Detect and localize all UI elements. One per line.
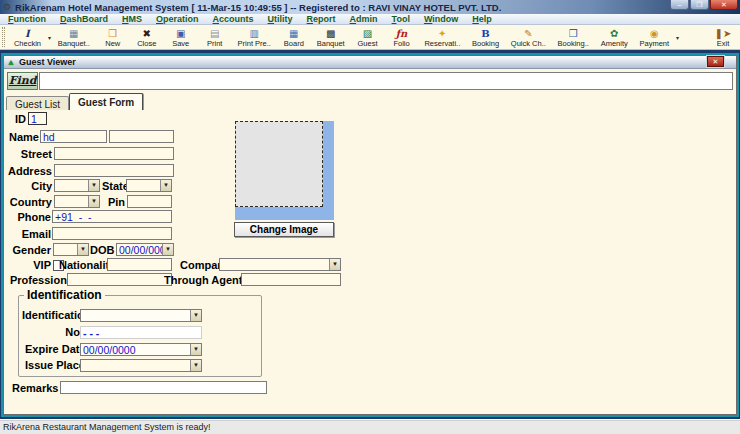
expire-date-dropdown-icon[interactable]: ▼	[190, 344, 201, 355]
toolbar-new-button[interactable]: ❒ New	[96, 25, 130, 49]
toolbar-guest-button[interactable]: ▨ Guest	[351, 25, 385, 49]
banquet-grid-icon: ▩	[326, 28, 335, 39]
through-agent-label: Through Agent	[164, 274, 239, 287]
toolbar-print-preview-button[interactable]: ▥ Print Pre..	[232, 25, 277, 49]
nationality-field[interactable]	[107, 258, 172, 271]
menu-function[interactable]: Function	[8, 14, 46, 24]
toolbar-booking-button[interactable]: B Booking	[466, 25, 505, 49]
city-dropdown-icon[interactable]: ▼	[88, 180, 99, 191]
toolbar-label: Print	[207, 39, 222, 48]
find-input[interactable]	[39, 72, 733, 90]
issue-place-dropdown-icon[interactable]: ▼	[190, 360, 201, 371]
toolbar-grip	[2, 27, 5, 47]
identification-select[interactable]: ▼	[80, 309, 202, 322]
country-select[interactable]: ▼	[54, 195, 100, 208]
toolbar-exit-button[interactable]: ❚➤ Exit	[706, 25, 740, 49]
print-icon: ▤	[210, 28, 219, 39]
profession-field[interactable]	[67, 273, 172, 286]
tab-guest-list[interactable]: Guest List	[6, 96, 69, 110]
country-dropdown-icon[interactable]: ▼	[88, 196, 99, 207]
checkin-dropdown-arrow-icon[interactable]: ▾	[48, 34, 51, 41]
guest-viewer-titlebar: ▲ Guest Viewer	[4, 56, 736, 69]
menu-report[interactable]: Report	[307, 14, 336, 24]
id-no-field[interactable]: - - -	[80, 326, 202, 339]
toolbar-label: Banquet..	[58, 39, 90, 48]
toolbar-banquet2-button[interactable]: ▦ Banquet..	[52, 25, 96, 49]
street-field[interactable]	[54, 147, 174, 160]
address-field[interactable]	[54, 164, 174, 177]
toolbar-label: Payment	[640, 39, 670, 48]
toolbar-print-button[interactable]: ▤ Print	[198, 25, 232, 49]
menu-window[interactable]: Window	[424, 14, 458, 24]
toolbar-close-button[interactable]: ✖ Close	[130, 25, 164, 49]
minimize-button[interactable]: –	[670, 0, 689, 10]
app-gear-icon: ⚙	[3, 2, 11, 12]
toolbar-label: Exit	[717, 39, 730, 48]
menu-dashboard[interactable]: DashBoard	[60, 14, 108, 24]
vip-label: VIP	[21, 259, 51, 272]
toolbar-label: Quick Ch..	[511, 39, 546, 48]
toolbar: I Checkin ▾ ▦ Banquet.. ❒ New ✖ Close ▣ …	[0, 25, 740, 50]
email-field[interactable]	[52, 227, 172, 240]
close-button[interactable]: ✕	[710, 0, 738, 10]
toolbar-checkin-button[interactable]: I Checkin	[8, 25, 47, 49]
address-label: Address	[4, 165, 52, 178]
toolbar-amenity-button[interactable]: ✿ Amenity	[595, 25, 634, 49]
gender-select[interactable]: ▼	[53, 243, 89, 256]
statusbar: RikArena Restaurant Management System is…	[0, 419, 740, 434]
name-field-2[interactable]	[109, 130, 174, 143]
guest-viewer-icon: ▲	[7, 58, 15, 67]
id-label: ID	[8, 113, 26, 126]
menu-accounts[interactable]: Accounts	[213, 14, 254, 24]
toolbar-label: Print Pre..	[238, 39, 271, 48]
guest-photo-placeholder[interactable]	[235, 121, 323, 207]
through-agent-field[interactable]	[241, 273, 341, 286]
toolbar-folio-button[interactable]: ƒn Folio	[385, 25, 419, 49]
toolbar-banquet-button[interactable]: ▩ Banquet	[311, 25, 351, 49]
name-field[interactable]	[40, 130, 107, 143]
phone-field[interactable]	[52, 210, 172, 223]
maximize-button[interactable]: ❐	[690, 0, 709, 10]
expire-date-field[interactable]: 00/00/0000 ▼	[80, 343, 202, 356]
toolbar-label: Guest	[358, 39, 378, 48]
issue-place-select[interactable]: ▼	[80, 359, 202, 372]
quick-checkin-icon: ✎	[524, 28, 532, 39]
expire-date-value: 00/00/0000	[83, 344, 136, 356]
toolbar-label: Amenity	[601, 39, 628, 48]
menu-admin[interactable]: Admin	[350, 14, 378, 24]
payment-dropdown-arrow-icon[interactable]: ▾	[676, 34, 679, 41]
identification-groupbox: Identification Identification ▼ No - - -…	[18, 295, 262, 377]
gender-dropdown-icon[interactable]: ▼	[77, 244, 88, 255]
toolbar-quick-checkin-button[interactable]: ✎ Quick Ch..	[505, 25, 552, 49]
guest-photo-panel	[235, 121, 334, 220]
dob-field[interactable]: 00/00/0000 ▼	[116, 243, 174, 256]
state-select[interactable]: ▼	[126, 179, 172, 192]
change-image-button[interactable]: Change Image	[234, 222, 334, 237]
identification-dropdown-icon[interactable]: ▼	[190, 310, 201, 321]
company-select[interactable]: ▼	[219, 258, 341, 271]
toolbar-board-button[interactable]: ▦ Board	[277, 25, 311, 49]
city-select[interactable]: ▼	[54, 179, 100, 192]
menu-operation[interactable]: Operation	[156, 14, 199, 24]
menu-help[interactable]: Help	[472, 14, 492, 24]
identification-group-title: Identification	[24, 288, 105, 302]
menu-utility[interactable]: Utility	[268, 14, 293, 24]
app-titlebar: ⚙ RikArenam Hotel Management System [ 11…	[0, 0, 740, 14]
company-dropdown-icon[interactable]: ▼	[329, 259, 340, 270]
checkin-icon: I	[25, 28, 30, 39]
guest-viewer-close-button[interactable]: ✕	[707, 56, 724, 67]
remarks-field[interactable]	[60, 381, 267, 394]
menu-tool[interactable]: Tool	[392, 14, 410, 24]
find-button[interactable]: Find	[7, 72, 38, 90]
toolbar-save-button[interactable]: ▣ Save	[164, 25, 198, 49]
payment-icon: ◉	[650, 28, 659, 39]
toolbar-reservation-button[interactable]: ✦ Reservati..	[419, 25, 467, 49]
pin-field[interactable]	[127, 195, 172, 208]
menu-hms[interactable]: HMS	[122, 14, 142, 24]
toolbar-payment-button[interactable]: ◉ Payment	[634, 25, 675, 49]
tab-guest-form[interactable]: Guest Form	[69, 93, 143, 110]
id-field[interactable]	[28, 112, 47, 125]
state-dropdown-icon[interactable]: ▼	[160, 180, 171, 191]
dob-dropdown-icon[interactable]: ▼	[162, 244, 173, 255]
toolbar-booking2-button[interactable]: ❐ Booking..	[552, 25, 595, 49]
